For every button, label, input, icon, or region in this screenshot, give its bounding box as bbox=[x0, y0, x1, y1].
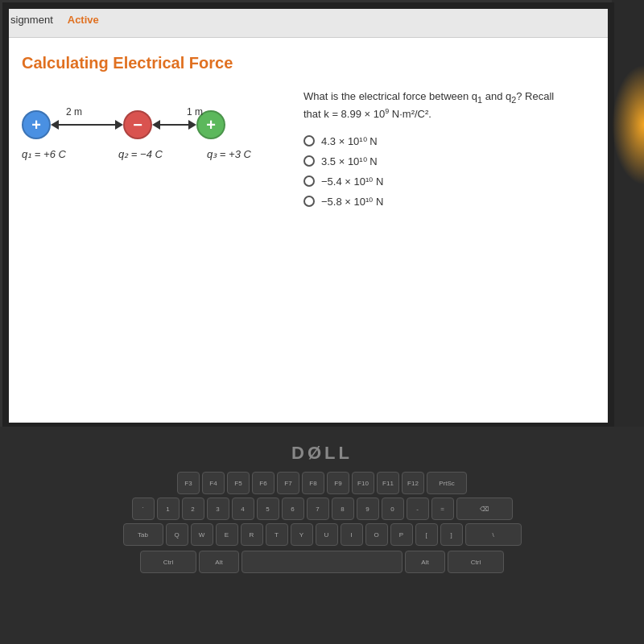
key-f7[interactable]: F7 bbox=[277, 472, 299, 494]
arrow-right-head bbox=[115, 120, 123, 130]
key-3[interactable]: 3 bbox=[207, 497, 229, 520]
screen: signment Active Calculating Electrical F… bbox=[0, 0, 612, 427]
answer-text-d: −5.8 × 10¹⁰ N bbox=[321, 196, 383, 208]
key-f10[interactable]: F10 bbox=[352, 472, 374, 494]
key-i[interactable]: I bbox=[341, 523, 363, 546]
key-rbracket[interactable]: ] bbox=[440, 523, 463, 546]
key-t[interactable]: T bbox=[266, 523, 288, 546]
browser-bar: signment Active bbox=[2, 2, 609, 38]
radio-b[interactable] bbox=[303, 155, 315, 167]
key-2[interactable]: 2 bbox=[182, 497, 204, 520]
key-minus[interactable]: - bbox=[407, 497, 429, 520]
key-y[interactable]: Y bbox=[291, 523, 313, 546]
key-alt-left[interactable]: Alt bbox=[199, 551, 239, 573]
key-7[interactable]: 7 bbox=[307, 497, 329, 520]
tab-assignment[interactable]: signment bbox=[10, 14, 53, 26]
key-tab[interactable]: Tab bbox=[123, 523, 163, 546]
q3-label: q₃ = +3 C bbox=[207, 148, 251, 160]
key-alt-right[interactable]: Alt bbox=[405, 551, 445, 573]
key-u[interactable]: U bbox=[316, 523, 338, 546]
key-lbracket[interactable]: [ bbox=[415, 523, 438, 546]
dell-logo: DØLL bbox=[291, 443, 353, 464]
radio-a[interactable] bbox=[303, 135, 315, 147]
dist-1m-label: 1 m bbox=[187, 106, 203, 118]
arrow-left-head bbox=[51, 120, 59, 130]
page-title: Calculating Electrical Force bbox=[22, 54, 590, 72]
answers-container: 4.3 × 10¹⁰ N 3.5 × 10¹⁰ N −5.4 × 10¹⁰ N … bbox=[303, 135, 590, 208]
key-f4[interactable]: F4 bbox=[202, 472, 225, 494]
qwerty-row: Tab Q W E R T Y U I O P [ ] \ bbox=[40, 523, 604, 546]
charge-labels: q₁ = +6 C q₂ = −4 C q₃ = +3 C bbox=[22, 148, 279, 160]
key-f9[interactable]: F9 bbox=[327, 472, 349, 494]
answer-text-b: 3.5 × 10¹⁰ N bbox=[321, 155, 378, 167]
key-e[interactable]: E bbox=[216, 523, 238, 546]
number-key-row: ` 1 2 3 4 5 6 7 8 9 0 - = ⌫ bbox=[40, 497, 604, 520]
key-1[interactable]: 1 bbox=[157, 497, 180, 520]
charge-q1: + bbox=[22, 110, 51, 139]
arrow-1m-section: 1 m bbox=[152, 120, 196, 130]
key-6[interactable]: 6 bbox=[282, 497, 304, 520]
key-ctrl-right[interactable]: Ctrl bbox=[448, 551, 504, 573]
key-backspace[interactable]: ⌫ bbox=[456, 497, 513, 520]
key-4[interactable]: 4 bbox=[232, 497, 254, 520]
arrow-left-section: 2 m bbox=[51, 120, 123, 130]
keyboard-area: DØLL F3 F4 F5 F6 F7 F8 F9 F10 F11 F12 Pr… bbox=[0, 427, 644, 644]
key-f5[interactable]: F5 bbox=[227, 472, 250, 494]
answer-option-b[interactable]: 3.5 × 10¹⁰ N bbox=[303, 155, 590, 167]
answer-option-d[interactable]: −5.8 × 10¹⁰ N bbox=[303, 196, 590, 208]
key-o[interactable]: O bbox=[365, 523, 388, 546]
key-equals[interactable]: = bbox=[431, 497, 454, 520]
key-space[interactable] bbox=[242, 551, 402, 573]
key-r[interactable]: R bbox=[241, 523, 263, 546]
laptop-shell: signment Active Calculating Electrical F… bbox=[0, 0, 644, 644]
line-1m bbox=[160, 124, 188, 126]
key-f3[interactable]: F3 bbox=[177, 472, 200, 494]
charge-q2: − bbox=[123, 110, 152, 139]
question-section: What is the electrical force between q1 … bbox=[303, 89, 590, 216]
key-backslash[interactable]: \ bbox=[465, 523, 522, 546]
key-f6[interactable]: F6 bbox=[252, 472, 275, 494]
tab-active[interactable]: Active bbox=[68, 14, 99, 26]
key-prtsc[interactable]: PrtSc bbox=[427, 472, 467, 494]
page-content: Calculating Electrical Force + 2 m bbox=[2, 38, 609, 232]
diagram-section: + 2 m − bbox=[22, 89, 279, 216]
key-9[interactable]: 9 bbox=[357, 497, 379, 520]
key-f11[interactable]: F11 bbox=[377, 472, 399, 494]
key-p[interactable]: P bbox=[390, 523, 413, 546]
key-f8[interactable]: F8 bbox=[302, 472, 324, 494]
answer-option-a[interactable]: 4.3 × 10¹⁰ N bbox=[303, 135, 590, 147]
keyboard: F3 F4 F5 F6 F7 F8 F9 F10 F11 F12 PrtSc `… bbox=[40, 472, 604, 573]
question-layout: + 2 m − bbox=[22, 89, 590, 216]
screen-glow bbox=[612, 64, 644, 185]
key-backtick[interactable]: ` bbox=[132, 497, 155, 520]
key-w[interactable]: W bbox=[191, 523, 213, 546]
key-q[interactable]: Q bbox=[166, 523, 188, 546]
key-5[interactable]: 5 bbox=[257, 497, 279, 520]
radio-d[interactable] bbox=[303, 196, 315, 207]
q2-label: q₂ = −4 C bbox=[118, 148, 199, 160]
key-f12[interactable]: F12 bbox=[402, 472, 424, 494]
answer-text-a: 4.3 × 10¹⁰ N bbox=[321, 135, 378, 147]
dist-2m-label: 2 m bbox=[66, 106, 82, 118]
question-text: What is the electrical force between q1 … bbox=[303, 89, 590, 122]
key-0[interactable]: 0 bbox=[382, 497, 404, 520]
answer-option-c[interactable]: −5.4 × 10¹⁰ N bbox=[303, 175, 590, 188]
radio-c[interactable] bbox=[303, 175, 315, 187]
key-ctrl-left[interactable]: Ctrl bbox=[140, 551, 196, 573]
arrow-1m-left-head bbox=[152, 120, 160, 130]
charge-row: + 2 m − bbox=[22, 105, 279, 145]
answer-text-c: −5.4 × 10¹⁰ N bbox=[321, 175, 383, 188]
fn-key-row: F3 F4 F5 F6 F7 F8 F9 F10 F11 F12 PrtSc bbox=[40, 472, 604, 494]
space-row: Ctrl Alt Alt Ctrl bbox=[40, 551, 604, 573]
arrow-1m-right-head bbox=[188, 120, 196, 130]
key-8[interactable]: 8 bbox=[332, 497, 354, 520]
q1-label: q₁ = +6 C bbox=[22, 148, 86, 160]
line-2m bbox=[59, 124, 115, 126]
